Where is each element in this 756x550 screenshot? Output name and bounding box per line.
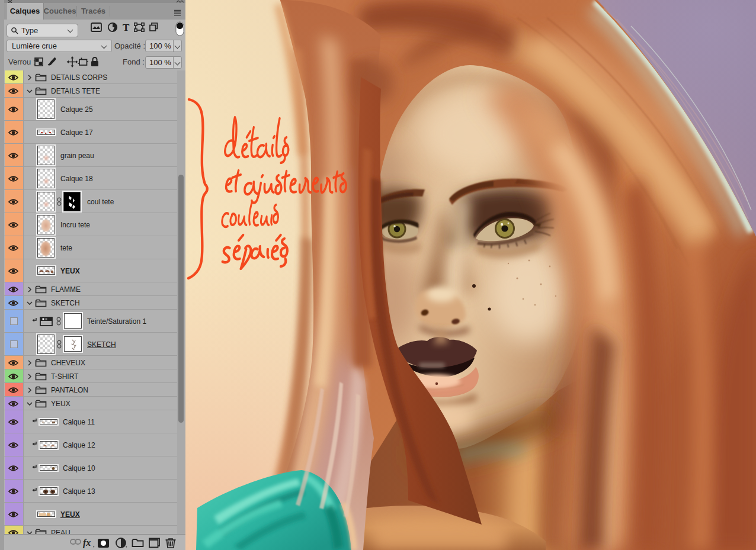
svg-text:T: T	[123, 22, 130, 33]
svg-text:fx: fx	[83, 538, 91, 548]
